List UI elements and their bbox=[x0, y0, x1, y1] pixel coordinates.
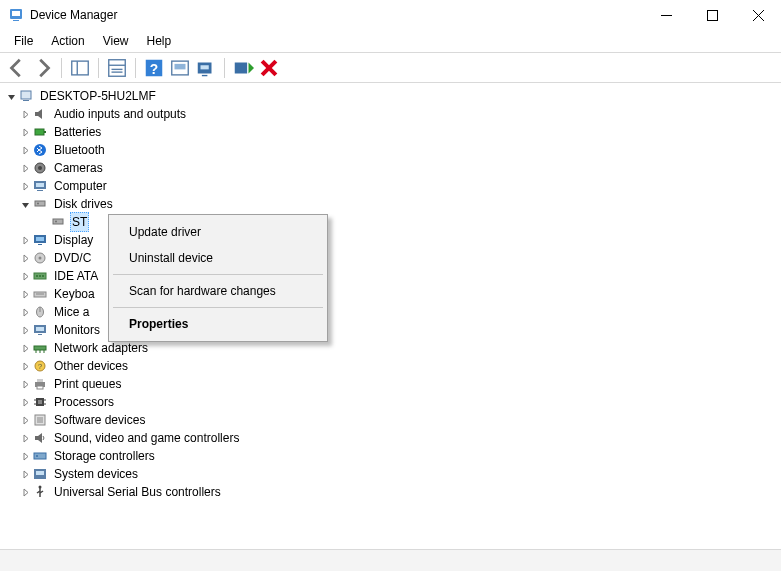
svg-text:?: ? bbox=[150, 61, 158, 76]
menubar: File Action View Help bbox=[0, 30, 781, 52]
expand-arrow-icon[interactable] bbox=[18, 485, 32, 499]
tree-node-label: Software devices bbox=[52, 411, 147, 429]
tree-category[interactable]: Disk drives bbox=[0, 195, 781, 213]
printer-icon bbox=[32, 376, 48, 392]
expand-arrow-icon[interactable] bbox=[18, 233, 32, 247]
tree-category[interactable]: Processors bbox=[0, 393, 781, 411]
properties-button[interactable] bbox=[106, 57, 128, 79]
tree-node-label: Keyboa bbox=[52, 285, 97, 303]
expand-arrow-icon[interactable] bbox=[18, 395, 32, 409]
expand-arrow-icon[interactable] bbox=[18, 179, 32, 193]
svg-rect-51 bbox=[36, 327, 44, 331]
toolbar-separator bbox=[135, 58, 136, 78]
pc-icon bbox=[18, 88, 34, 104]
tree-node-label: Mice a bbox=[52, 303, 91, 321]
expand-arrow-icon[interactable] bbox=[18, 449, 32, 463]
minimize-button[interactable] bbox=[643, 0, 689, 30]
tree-category[interactable]: Audio inputs and outputs bbox=[0, 105, 781, 123]
tree-category[interactable]: Cameras bbox=[0, 159, 781, 177]
context-menu-item[interactable]: Properties bbox=[111, 311, 325, 337]
svg-rect-9 bbox=[109, 59, 126, 76]
tree-node-label: Batteries bbox=[52, 123, 103, 141]
tree-node-label: Storage controllers bbox=[52, 447, 157, 465]
tree-category[interactable]: Universal Serial Bus controllers bbox=[0, 483, 781, 501]
svg-rect-52 bbox=[38, 334, 42, 335]
tree-category[interactable]: Batteries bbox=[0, 123, 781, 141]
expand-arrow-icon[interactable] bbox=[18, 287, 32, 301]
scan-hardware-button[interactable] bbox=[195, 57, 217, 79]
tree-node-label: Disk drives bbox=[52, 195, 115, 213]
expand-arrow-icon[interactable] bbox=[18, 323, 32, 337]
svg-point-34 bbox=[37, 203, 39, 205]
tree-category[interactable]: Computer bbox=[0, 177, 781, 195]
expand-arrow-icon[interactable] bbox=[18, 197, 32, 211]
tree-category[interactable]: Print queues bbox=[0, 375, 781, 393]
expand-arrow-icon[interactable] bbox=[4, 89, 18, 103]
menu-view[interactable]: View bbox=[95, 32, 139, 50]
show-hide-tree-button[interactable] bbox=[69, 57, 91, 79]
tree-category[interactable]: Software devices bbox=[0, 411, 781, 429]
tree-node-label: IDE ATA bbox=[52, 267, 100, 285]
tree-category[interactable]: Storage controllers bbox=[0, 447, 781, 465]
context-menu-item[interactable]: Update driver bbox=[111, 219, 325, 245]
svg-point-73 bbox=[36, 455, 38, 457]
svg-rect-16 bbox=[175, 63, 186, 69]
expand-arrow-icon[interactable] bbox=[18, 125, 32, 139]
tree-category[interactable]: System devices bbox=[0, 465, 781, 483]
menu-action[interactable]: Action bbox=[43, 32, 94, 50]
uninstall-button[interactable] bbox=[258, 57, 280, 79]
context-menu-separator bbox=[113, 274, 323, 275]
context-menu-item[interactable]: Scan for hardware changes bbox=[111, 278, 325, 304]
tree-node-label: Other devices bbox=[52, 357, 130, 375]
close-button[interactable] bbox=[735, 0, 781, 30]
svg-point-36 bbox=[55, 221, 57, 223]
window-controls bbox=[643, 0, 781, 30]
expand-arrow-icon[interactable] bbox=[18, 305, 32, 319]
toolbar-separator bbox=[224, 58, 225, 78]
expand-arrow-icon[interactable] bbox=[18, 467, 32, 481]
svg-rect-33 bbox=[35, 201, 45, 206]
update-driver-button[interactable] bbox=[169, 57, 191, 79]
expand-arrow-icon[interactable] bbox=[18, 413, 32, 427]
expand-arrow-icon[interactable] bbox=[18, 251, 32, 265]
svg-rect-32 bbox=[37, 190, 43, 191]
svg-rect-61 bbox=[37, 386, 43, 389]
enable-device-button[interactable] bbox=[232, 57, 254, 79]
expand-arrow-icon[interactable] bbox=[18, 431, 32, 445]
expand-arrow-icon[interactable] bbox=[18, 107, 32, 121]
tree-node-label: DVD/C bbox=[52, 249, 93, 267]
keyboard-icon bbox=[32, 286, 48, 302]
expand-arrow-icon[interactable] bbox=[18, 377, 32, 391]
svg-rect-43 bbox=[36, 275, 38, 277]
computer-icon bbox=[32, 178, 48, 194]
forward-button[interactable] bbox=[32, 57, 54, 79]
toolbar: ? bbox=[0, 53, 781, 83]
maximize-button[interactable] bbox=[689, 0, 735, 30]
expand-arrow-icon[interactable] bbox=[18, 269, 32, 283]
expand-arrow-icon[interactable] bbox=[18, 161, 32, 175]
tree-category[interactable]: Sound, video and game controllers bbox=[0, 429, 781, 447]
help-button[interactable]: ? bbox=[143, 57, 165, 79]
expand-arrow-icon[interactable] bbox=[18, 341, 32, 355]
cpu-icon bbox=[32, 394, 48, 410]
tree-node-label: System devices bbox=[52, 465, 140, 483]
back-button[interactable] bbox=[6, 57, 28, 79]
svg-rect-31 bbox=[36, 183, 44, 187]
tree-root[interactable]: DESKTOP-5HU2LMF bbox=[0, 87, 781, 105]
menu-file[interactable]: File bbox=[6, 32, 43, 50]
expand-arrow-icon[interactable] bbox=[36, 215, 50, 229]
bluetooth-icon bbox=[32, 142, 48, 158]
expand-arrow-icon[interactable] bbox=[18, 359, 32, 373]
svg-rect-26 bbox=[44, 131, 46, 133]
context-menu-item[interactable]: Uninstall device bbox=[111, 245, 325, 271]
menu-help[interactable]: Help bbox=[139, 32, 182, 50]
sound-icon bbox=[32, 430, 48, 446]
svg-rect-20 bbox=[235, 62, 247, 73]
expand-arrow-icon[interactable] bbox=[18, 143, 32, 157]
speaker-icon bbox=[32, 106, 48, 122]
tree-category[interactable]: Bluetooth bbox=[0, 141, 781, 159]
tree-category[interactable]: ?Other devices bbox=[0, 357, 781, 375]
optical-icon bbox=[32, 250, 48, 266]
other-icon: ? bbox=[32, 358, 48, 374]
tree-node-label: Bluetooth bbox=[52, 141, 107, 159]
